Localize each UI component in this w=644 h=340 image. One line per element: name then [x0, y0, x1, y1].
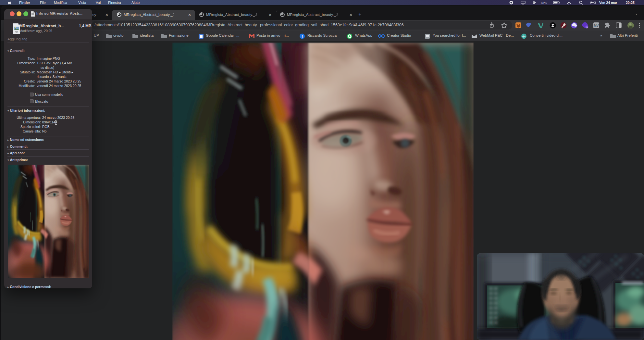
svg-text:5: 5 [586, 26, 588, 29]
svg-text:f: f [302, 34, 303, 38]
svg-text:MV: MV [594, 24, 599, 28]
